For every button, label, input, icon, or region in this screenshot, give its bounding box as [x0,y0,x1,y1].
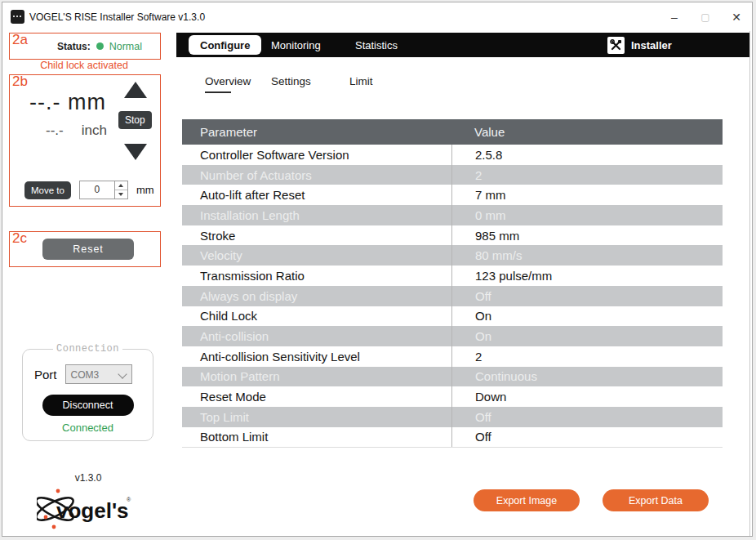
table-row: Installation Length 0 mm [182,205,723,225]
installer-badge: Installer [607,33,672,57]
annotation-label-2a: 2a [12,33,28,47]
value-cell: 2.5.8 [451,145,723,165]
reset-button[interactable]: Reset [42,239,134,260]
parameter-cell: Anti-collision Sensitivity Level [182,346,451,367]
subtab-limit[interactable]: Limit [349,75,373,87]
parameter-cell: Motion Pattern [182,367,451,387]
parameter-cell: Stroke [182,225,451,246]
parameter-cell: Always on display [182,286,451,306]
child-lock-notice: Child lock activated [2,60,166,71]
export-image-button[interactable]: Export Image [474,489,580,511]
value-cell: 123 pulse/mm [451,266,723,286]
value-cell: 0 mm [451,205,723,225]
connection-legend: Connection [53,343,122,355]
export-data-button[interactable]: Export Data [603,489,709,511]
status-label: Status: [57,41,91,52]
port-select[interactable]: COM3 [65,364,132,384]
move-to-button[interactable]: Move to [24,181,71,199]
value-cell: Down [451,386,723,407]
move-to-input[interactable]: 0 [79,181,128,199]
svg-text:vogel's: vogel's [56,498,129,523]
window-controls: – ▢ ✕ [659,2,752,31]
table-body: Controller Software Version 2.5.8 Number… [182,145,723,447]
main-area: Configure Monitoring Statistics Installe… [176,31,750,536]
value-cell: Off [451,407,723,427]
value-cell: 985 mm [451,225,723,246]
move-to-stepper[interactable] [114,181,127,199]
value-cell: Off [451,286,723,306]
table-row: Child Lock On [182,306,723,327]
table-row: Velocity 80 mm/s [182,245,723,266]
parameter-cell: Installation Length [182,205,451,225]
value-cell: 7 mm [451,185,723,205]
installer-label: Installer [631,39,672,51]
tab-monitoring[interactable]: Monitoring [271,33,321,57]
table-row: Always on display Off [182,286,723,306]
move-down-icon[interactable] [124,144,147,160]
window-title: VOGEL'S RISE Installer Software v1.3.0 [29,11,205,23]
stepper-down-icon[interactable] [115,190,127,199]
connection-group: Connection Port COM3 Disconnect Connecte… [22,343,153,441]
port-label: Port [34,368,57,382]
tools-icon [607,37,625,54]
status-value: Normal [109,41,142,52]
maximize-icon[interactable]: ▢ [690,11,721,23]
title-bar: VOGEL'S RISE Installer Software v1.3.0 –… [2,2,752,31]
parameter-cell: Child Lock [182,306,451,327]
move-up-icon[interactable] [124,82,147,98]
parameter-cell: Controller Software Version [182,145,451,165]
header-parameter: Parameter [182,119,451,145]
tab-statistics[interactable]: Statistics [355,33,398,57]
value-cell: On [451,306,723,327]
table-row: Anti-collision Sensitivity Level 2 [182,346,723,367]
tab-configure[interactable]: Configure [189,35,261,55]
table-header: Parameter Value [182,119,723,145]
app-icon [11,10,24,24]
port-row: Port COM3 [34,364,146,384]
move-to-value[interactable]: 0 [80,181,114,199]
parameter-table: Parameter Value Controller Software Vers… [182,119,723,448]
table-row: Controller Software Version 2.5.8 [182,145,723,165]
parameter-cell: Auto-lift after Reset [182,185,451,205]
subtab-overview[interactable]: Overview [205,75,251,93]
minimize-icon[interactable]: – [659,11,690,24]
sidebar: 2a Status: Normal Child lock activated 2… [2,31,177,536]
subtab-settings[interactable]: Settings [271,75,311,87]
parameter-cell: Top Limit [182,407,451,427]
position-inch-value: --.- [46,123,64,139]
table-row: Motion Pattern Continuous [182,367,723,387]
value-cell: On [451,326,723,346]
header-value: Value [451,119,723,145]
close-icon[interactable]: ✕ [721,11,752,24]
value-cell: Off [451,427,723,448]
table-row: Anti-collision On [182,326,723,346]
table-row: Number of Actuators 2 [182,165,723,185]
annotation-label-2c: 2c [12,231,27,245]
status-dot-icon [96,42,104,50]
table-row: Bottom Limit Off [182,427,723,448]
position-mm: --.- mm [29,90,106,115]
parameter-cell: Number of Actuators [182,165,451,185]
app-window: VOGEL'S RISE Installer Software v1.3.0 –… [2,2,753,537]
connection-status: Connected [29,422,146,434]
stepper-up-icon[interactable] [115,181,127,190]
table-row: Transmission Ratio 123 pulse/mm [182,266,723,286]
annotation-box-2c: 2c Reset [9,231,161,267]
table-row: Top Limit Off [182,407,723,427]
parameter-cell: Anti-collision [182,326,451,346]
parameter-cell: Bottom Limit [182,427,451,448]
vogels-logo: vogel's ® [37,487,136,534]
parameter-cell: Transmission Ratio [182,266,451,286]
svg-text:®: ® [127,497,131,502]
chevron-down-icon [118,369,127,378]
parameter-cell: Reset Mode [182,386,451,407]
nav-bar: Configure Monitoring Statistics Installe… [176,33,749,57]
table-row: Auto-lift after Reset 7 mm [182,185,723,205]
table-row: Reset Mode Down [182,386,723,407]
stop-button[interactable]: Stop [118,111,152,129]
move-to-row: Move to 0 mm [24,181,154,199]
table-row: Stroke 985 mm [182,225,723,246]
value-cell: 2 [451,346,723,367]
disconnect-button[interactable]: Disconnect [42,395,134,416]
move-to-unit: mm [136,184,154,196]
